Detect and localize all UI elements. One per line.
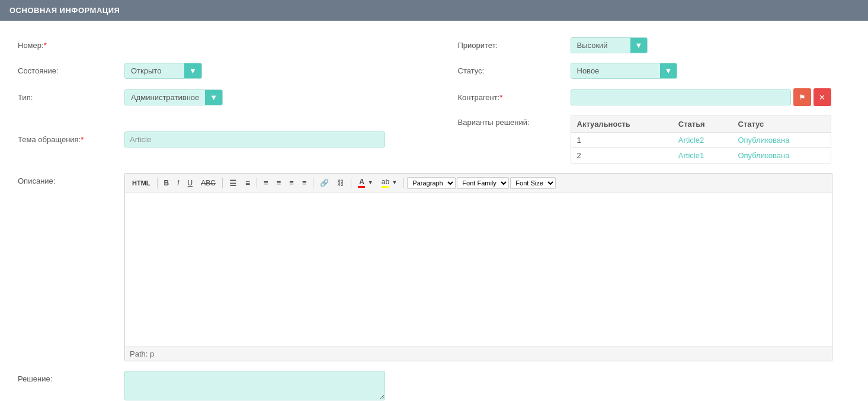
prioritet-select[interactable]: Высокий ▼ [571,37,648,53]
prioritet-value: Высокий [571,38,630,53]
prioritet-row: Приоритет: Высокий ▼ [434,33,851,58]
toolbar-unlink-btn[interactable]: ⛓ [334,177,348,189]
varianty-row: Варианты решений: Актуальность Статья Ст… [434,111,851,168]
kontragent-row: Контрагент:* ⚑ ✕ [434,84,851,111]
tema-label: Тема обращения:* [18,135,124,144]
col-aktualnost: Актуальность [571,116,672,133]
toolbar-sep-4 [313,178,313,188]
kontragent-label: Контрагент:* [458,93,565,102]
toolbar-highlight-btn[interactable]: ab ▼ [378,176,401,190]
table-row: 1 Article2 Опубликована [571,133,831,148]
status-row: Статус: Новое ▼ [434,58,851,84]
reshenie-textarea[interactable] [124,371,385,400]
tip-label: Тип: [18,93,124,102]
editor-wrap: HTML B I U ABC ☰ ≡ ≡ ≡ ≡ ≡ 🔗 ⛓ [124,173,832,361]
chevron-down-icon: ▼ [189,66,197,75]
font-color-icon: A [358,178,365,188]
toolbar-underline-btn[interactable]: U [184,177,197,189]
toolbar-sep-2 [222,178,223,188]
toolbar-align-left-btn[interactable]: ≡ [260,177,272,189]
chevron-down-icon: ▼ [210,93,217,102]
status-select[interactable]: Новое ▼ [571,63,678,79]
cell-status[interactable]: Опубликована [732,133,831,148]
cell-aktualnost: 2 [571,148,672,163]
cell-statya[interactable]: Article1 [672,148,732,163]
page-title: ОСНОВНАЯ ИНФОРМАЦИЯ [9,6,120,15]
toolbar-bold-btn[interactable]: B [161,177,173,189]
chevron-down-icon: ▼ [635,41,643,50]
opisanie-label: Описание: [18,173,124,185]
editor-body[interactable] [125,193,832,347]
toolbar-font-family-select[interactable]: Font Family [457,177,509,189]
kontragent-flag-btn[interactable]: ⚑ [793,88,811,106]
cell-aktualnost: 1 [571,133,672,148]
tip-dropdown-btn[interactable]: ▼ [205,90,222,105]
sostoyanie-control: Открыто ▼ [124,63,434,79]
tema-row: Тема обращения:* [18,111,434,168]
prioritet-dropdown-btn[interactable]: ▼ [630,38,648,53]
status-label: Статус: [458,66,565,75]
font-color-chevron: ▼ [368,179,373,185]
toolbar-paragraph-select[interactable]: Paragraph [407,177,456,189]
form-grid: Номер:* Приоритет: Высокий ▼ Состояние: [18,33,850,168]
toolbar-sep-5 [351,178,351,188]
toolbar-align-center-btn[interactable]: ≡ [273,177,285,189]
tema-control [124,131,385,147]
col-statya: Статья [672,116,732,133]
kontragent-input[interactable] [571,89,791,105]
reshenie-row: Решение: [18,366,850,401]
sostoyanie-label: Состояние: [18,66,124,75]
opisanie-row: Описание: HTML B I U ABC ☰ ≡ ≡ ≡ ≡ ≡ 🔗 ⛓ [18,168,850,366]
toolbar-align-right-btn[interactable]: ≡ [286,177,297,189]
sostoyanie-dropdown-btn[interactable]: ▼ [184,63,201,78]
toolbar-html-btn[interactable]: HTML [129,178,154,188]
cell-statya[interactable]: Article2 [672,133,732,148]
page-header: ОСНОВНАЯ ИНФОРМАЦИЯ [0,0,868,21]
highlight-chevron: ▼ [392,179,397,185]
toolbar-align-justify-btn[interactable]: ≡ [299,177,310,189]
toolbar-strikethrough-btn[interactable]: ABC [197,177,219,189]
status-dropdown-btn[interactable]: ▼ [660,63,677,78]
reshenie-wrap [124,371,385,401]
chevron-down-icon: ▼ [665,66,672,75]
toolbar-font-color-btn[interactable]: A ▼ [354,176,376,190]
sostoyanie-value: Открыто [125,63,184,78]
table-row: 2 Article1 Опубликована [571,148,831,163]
form-container: Номер:* Приоритет: Высокий ▼ Состояние: [0,21,868,401]
sostoyanie-row: Состояние: Открыто ▼ [18,58,434,84]
toolbar-font-size-select[interactable]: Font Size [510,177,556,189]
varianty-label: Варианты решений: [458,116,565,127]
solutions-table: Актуальность Статья Статус 1 Article2 Оп… [571,116,831,163]
toolbar-sep-1 [157,178,158,188]
toolbar-sep-6 [403,178,404,188]
nomer-label: Номер:* [18,41,124,50]
tip-value: Административное [125,90,205,105]
close-icon: ✕ [819,93,825,102]
editor-path: Path: p [130,349,154,358]
tip-select[interactable]: Административное ▼ [124,89,223,105]
col-status: Статус [732,116,831,133]
tip-row: Тип: Административное ▼ [18,84,434,111]
toolbar-link-btn[interactable]: 🔗 [316,177,332,189]
kontragent-close-btn[interactable]: ✕ [813,88,831,106]
sostoyanie-select[interactable]: Открыто ▼ [124,63,202,79]
cell-status[interactable]: Опубликована [732,148,831,163]
editor-toolbar: HTML B I U ABC ☰ ≡ ≡ ≡ ≡ ≡ 🔗 ⛓ [125,174,832,193]
prioritet-label: Приоритет: [458,41,565,50]
toolbar-ol-btn[interactable]: ≡ [242,177,254,190]
highlight-icon: ab [382,178,389,188]
flag-icon: ⚑ [799,93,806,102]
toolbar-sep-3 [257,178,257,188]
tema-input[interactable] [124,131,385,147]
status-value: Новое [571,63,660,78]
kontragent-wrap: ⚑ ✕ [571,88,831,106]
nomer-row: Номер:* [18,33,434,58]
toolbar-ul-btn[interactable]: ☰ [226,177,241,190]
reshenie-label: Решение: [18,371,124,383]
editor-footer: Path: p [125,347,832,361]
tip-control: Административное ▼ [124,89,434,105]
toolbar-italic-btn[interactable]: I [174,177,182,189]
